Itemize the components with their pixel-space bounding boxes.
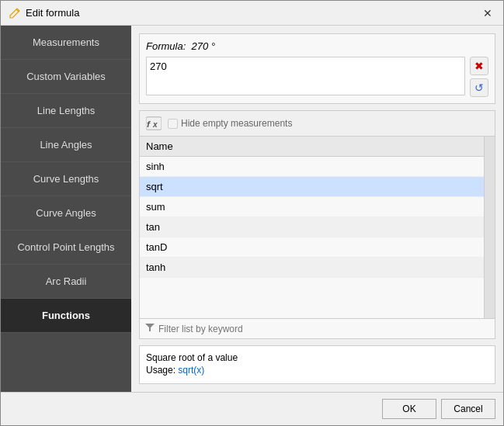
filter-input[interactable] xyxy=(158,324,490,334)
filter-toolbar: f x Hide empty measurements xyxy=(140,111,495,137)
scrollbar[interactable] xyxy=(484,137,495,318)
row-name: sqrt xyxy=(140,177,484,197)
fx-icon: f x xyxy=(146,116,162,131)
row-name: sinh xyxy=(140,157,484,177)
sidebar-item-line-angles[interactable]: Line Angles xyxy=(1,128,131,162)
table-with-scroll: Name sinh sqrt xyxy=(140,137,495,318)
bottom-bar: OK Cancel xyxy=(1,392,503,425)
row-name: tan xyxy=(140,217,484,237)
svg-text:x: x xyxy=(152,120,158,129)
table-row[interactable]: sum xyxy=(140,197,484,217)
formula-buttons: ✖ ↺ xyxy=(470,57,488,97)
hide-empty-checkbox-row: Hide empty measurements xyxy=(168,118,292,129)
formula-textarea[interactable]: 270 xyxy=(146,57,465,95)
sidebar: Measurements Custom Variables Line Lengt… xyxy=(1,26,131,392)
name-table: Name sinh sqrt xyxy=(140,137,484,278)
filter-icon xyxy=(144,322,155,335)
row-name: tanh xyxy=(140,258,484,278)
title-bar-left: Edit formula xyxy=(9,7,79,19)
sidebar-item-custom-variables[interactable]: Custom Variables xyxy=(1,60,131,94)
row-name: tanD xyxy=(140,237,484,258)
title-bar: Edit formula ✕ xyxy=(1,1,503,26)
sidebar-item-arc-radii[interactable]: Arc Radii xyxy=(1,265,131,299)
name-column-header: Name xyxy=(140,137,484,157)
usage-prefix: Usage: xyxy=(146,365,178,376)
hide-empty-label: Hide empty measurements xyxy=(181,118,292,129)
formula-value: 270 ° xyxy=(192,40,216,52)
sidebar-item-control-point-lengths[interactable]: Control Point Lengths xyxy=(1,230,131,265)
formula-cancel-button[interactable]: ✖ xyxy=(470,57,488,75)
usage-value: sqrt(x) xyxy=(178,365,204,376)
description-section: Square root of a value Usage: sqrt(x) xyxy=(139,345,495,384)
table-row[interactable]: tan xyxy=(140,217,484,237)
sidebar-item-curve-lengths[interactable]: Curve Lengths xyxy=(1,162,131,196)
table-container: Name sinh sqrt xyxy=(140,137,484,318)
table-row[interactable]: tanh xyxy=(140,258,484,278)
row-name: sum xyxy=(140,197,484,217)
sidebar-item-functions[interactable]: Functions xyxy=(1,299,131,333)
hide-empty-checkbox[interactable] xyxy=(168,119,178,129)
description-line2: Usage: sqrt(x) xyxy=(146,365,488,376)
formula-label: Formula: 270 ° xyxy=(146,40,488,52)
sidebar-item-measurements[interactable]: Measurements xyxy=(1,26,131,60)
dialog-title: Edit formula xyxy=(26,7,79,19)
sidebar-item-line-lengths[interactable]: Line Lengths xyxy=(1,94,131,128)
svg-text:f: f xyxy=(147,119,151,130)
table-row[interactable]: tanD xyxy=(140,237,484,258)
content-area: Measurements Custom Variables Line Lengt… xyxy=(1,26,503,392)
cancel-button[interactable]: Cancel xyxy=(441,399,495,419)
edit-icon xyxy=(9,7,21,19)
filter-section: f x Hide empty measurements xyxy=(139,110,495,339)
table-row[interactable]: sqrt xyxy=(140,177,484,197)
main-area: Formula: 270 ° 270 ✖ ↺ f xyxy=(131,26,503,392)
svg-marker-3 xyxy=(145,324,155,331)
formula-section: Formula: 270 ° 270 ✖ ↺ xyxy=(139,33,495,104)
table-row[interactable]: sinh xyxy=(140,157,484,177)
description-line1: Square root of a value xyxy=(146,352,488,363)
formula-input-row: 270 ✖ ↺ xyxy=(146,57,488,97)
filter-row xyxy=(140,318,495,338)
formula-reset-button[interactable]: ↺ xyxy=(470,78,488,97)
edit-formula-dialog: Edit formula ✕ Measurements Custom Varia… xyxy=(0,0,504,426)
close-button[interactable]: ✕ xyxy=(480,5,495,21)
ok-button[interactable]: OK xyxy=(382,399,436,419)
sidebar-item-curve-angles[interactable]: Curve Angles xyxy=(1,196,131,230)
